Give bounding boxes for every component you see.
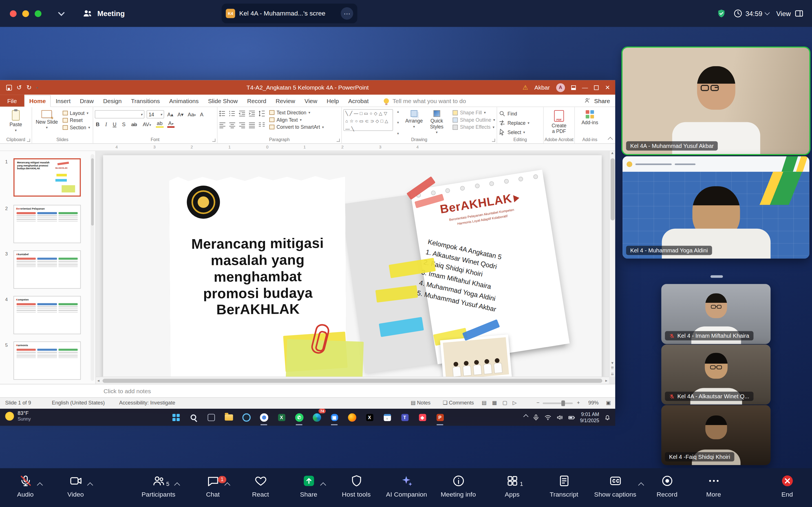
clear-format-button[interactable]: A bbox=[199, 112, 205, 117]
select-button[interactable]: Select▾ bbox=[499, 129, 542, 135]
bullets-icon[interactable] bbox=[219, 110, 226, 117]
bold-button[interactable]: B bbox=[95, 121, 101, 127]
slide-thumbnail-4[interactable]: Kompeten bbox=[13, 296, 81, 334]
align-left-icon[interactable] bbox=[219, 122, 226, 128]
create-pdf-button[interactable]: PDF Create a PDF bbox=[545, 109, 573, 135]
change-case-button[interactable]: Aa▾ bbox=[187, 112, 197, 117]
account-name[interactable]: Akbar bbox=[534, 84, 550, 91]
horizontal-scrollbar[interactable]: ◂▸ bbox=[96, 377, 609, 384]
vertical-scrollbar[interactable]: ▲ ▼⇈⇊ bbox=[609, 151, 615, 377]
layout-button[interactable]: Layout▾ bbox=[63, 110, 90, 116]
video-options-chevron[interactable] bbox=[87, 482, 93, 488]
zoom-out-button[interactable]: − bbox=[537, 400, 540, 406]
align-text-button[interactable]: Align Text▾ bbox=[269, 117, 324, 122]
minimize-button[interactable] bbox=[22, 10, 29, 17]
video-tile-alkautsar-winet[interactable]: Kel 4A - Alkautsar Winet Q... bbox=[661, 344, 771, 404]
normal-view-button[interactable]: ▤ bbox=[481, 400, 486, 406]
tab-record[interactable]: Record bbox=[243, 95, 271, 107]
paste-button[interactable]: Paste ▾ bbox=[2, 109, 30, 132]
scroll-thumb[interactable] bbox=[103, 379, 602, 383]
shared-screen-tab[interactable]: K4 Kel 4A - Muhammad...'s scree ⋯ bbox=[221, 4, 357, 23]
shape-effects-button[interactable]: Shape Effects▾ bbox=[453, 124, 495, 130]
x-app-icon[interactable]: X bbox=[363, 410, 377, 425]
shapes-gallery[interactable]: ╲╱—□▭○◇△▽⌂ ☆○▭⊂⊃◇□△—╲ bbox=[343, 109, 393, 131]
end-button[interactable]: End bbox=[759, 474, 812, 498]
tab-home[interactable]: Home bbox=[24, 95, 51, 107]
start-button[interactable] bbox=[169, 410, 183, 425]
increase-font-button[interactable]: A▴ bbox=[166, 112, 174, 117]
tab-insert[interactable]: Insert bbox=[51, 95, 75, 107]
quick-styles-button[interactable]: Quick Styles ▾ bbox=[428, 109, 446, 136]
video-tile-imam-miftahul-khaira[interactable]: Kel 4 - Imam Miftahul Khaira bbox=[661, 284, 771, 344]
dialog-launcher-icon[interactable] bbox=[212, 138, 215, 142]
slide-thumbnail-5[interactable]: Harmonis bbox=[13, 341, 81, 380]
arrange-button[interactable]: Arrange ▾ bbox=[403, 109, 425, 136]
panel-drag-handle[interactable] bbox=[711, 275, 723, 278]
ai-companion-button[interactable]: AI Companion bbox=[378, 474, 435, 498]
reading-view-button[interactable]: ▢ bbox=[502, 400, 507, 406]
pp-share-button[interactable]: Share bbox=[584, 97, 610, 104]
undo-icon[interactable]: ↺ bbox=[17, 84, 22, 91]
slide-sorter-button[interactable]: ▦ bbox=[492, 400, 497, 406]
strikethrough-button[interactable]: ab bbox=[130, 121, 138, 127]
tray-mic-icon[interactable] bbox=[532, 413, 540, 421]
tab-animations[interactable]: Animations bbox=[165, 95, 204, 107]
meeting-timer[interactable]: 34:59 bbox=[733, 9, 769, 18]
tab-slide-show[interactable]: Slide Show bbox=[203, 95, 243, 107]
transcript-button[interactable]: Transcript bbox=[536, 474, 592, 498]
align-right-icon[interactable] bbox=[239, 122, 246, 128]
view-button[interactable]: View bbox=[776, 9, 804, 18]
video-tile-muhammad-yusuf-akbar[interactable]: Kel 4A - Muhammad Yusuf Akbar bbox=[622, 48, 809, 154]
search-icon[interactable] bbox=[186, 410, 200, 425]
account-avatar[interactable]: A bbox=[556, 83, 565, 92]
chat-options-chevron[interactable] bbox=[224, 482, 231, 488]
highlight-button[interactable]: ab bbox=[156, 121, 163, 128]
new-slide-button[interactable]: New Slide ▾ bbox=[34, 109, 60, 130]
excel-icon[interactable]: X bbox=[274, 410, 289, 425]
comments-toggle[interactable]: ❏ Comments bbox=[443, 400, 474, 406]
more-button[interactable]: More bbox=[685, 474, 742, 498]
justify-icon[interactable] bbox=[249, 122, 255, 128]
slide-thumbnail-2[interactable]: Berorientasi Pelayanan bbox=[13, 205, 81, 243]
slide-thumbnail-1[interactable]: Merancang mitigasi masalah yang menghamb… bbox=[13, 158, 81, 196]
tab-review[interactable]: Review bbox=[271, 95, 300, 107]
shapes-scroll[interactable]: ▲▼▼ bbox=[396, 109, 400, 136]
slideshow-button[interactable]: ▷ bbox=[513, 400, 516, 406]
section-button[interactable]: Section▾ bbox=[63, 125, 90, 130]
tell-me-box[interactable]: Tell me what you want to do bbox=[384, 98, 466, 104]
chrome-icon[interactable] bbox=[257, 410, 271, 425]
slide-thumbnail-3[interactable]: Akuntabel bbox=[13, 250, 81, 289]
replace-button[interactable]: Replace▾ bbox=[499, 119, 542, 126]
task-view-icon[interactable] bbox=[204, 410, 218, 425]
font-name-select[interactable]: ▾ bbox=[95, 110, 144, 118]
fullscreen-button[interactable] bbox=[35, 10, 42, 17]
tab-acrobat[interactable]: Acrobat bbox=[343, 95, 373, 107]
save-icon[interactable] bbox=[6, 84, 12, 90]
powerpoint-icon[interactable]: P bbox=[433, 410, 447, 425]
increase-indent-icon[interactable] bbox=[249, 110, 255, 117]
video-tile-faiq-shidqi-khoiri[interactable]: Kel 4 -Faiq Shidqi Khoiri bbox=[661, 405, 771, 465]
volume-icon[interactable] bbox=[556, 413, 564, 421]
firefox-icon[interactable] bbox=[345, 410, 359, 425]
line-spacing-icon[interactable] bbox=[259, 110, 265, 117]
audio-options-chevron[interactable] bbox=[37, 482, 43, 488]
italic-button[interactable]: I bbox=[104, 121, 108, 127]
ribbon-display-icon[interactable] bbox=[571, 85, 576, 90]
ruler[interactable]: 4 3 2 1 0 1 2 3 4 bbox=[0, 144, 615, 151]
numbering-icon[interactable] bbox=[229, 110, 236, 117]
host-tools-button[interactable]: Host tools bbox=[328, 474, 385, 498]
security-shield-icon[interactable] bbox=[716, 9, 726, 18]
tab-transitions[interactable]: Transitions bbox=[126, 95, 165, 107]
align-center-icon[interactable] bbox=[229, 122, 236, 128]
share-options-chevron[interactable] bbox=[320, 482, 326, 488]
zoom-percent[interactable]: 99% bbox=[589, 400, 599, 406]
notepad-icon[interactable]: ≡ bbox=[380, 410, 394, 425]
tab-help[interactable]: Help bbox=[322, 95, 344, 107]
pp-close-button[interactable]: ✕ bbox=[605, 84, 610, 91]
meeting-info-button[interactable]: Meeting info bbox=[430, 474, 487, 498]
warning-icon[interactable]: ⚠ bbox=[522, 84, 528, 91]
redo-icon[interactable]: ↻ bbox=[27, 84, 32, 91]
underline-button[interactable]: U bbox=[112, 121, 117, 127]
font-size-select[interactable]: 14▾ bbox=[147, 110, 164, 118]
notes-pane[interactable]: Click to add notes bbox=[0, 384, 615, 397]
